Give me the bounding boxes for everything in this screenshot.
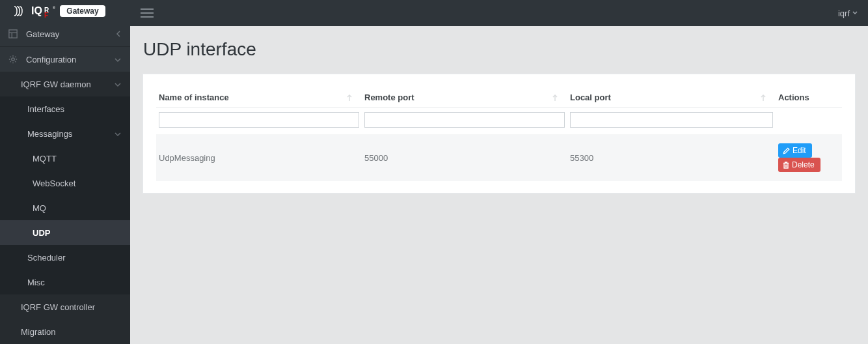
delete-button[interactable]: Delete bbox=[778, 158, 821, 172]
nav-label: UDP bbox=[33, 228, 50, 238]
sidebar-item-mq[interactable]: MQ bbox=[0, 195, 130, 220]
cell-remote: 55000 bbox=[362, 134, 567, 181]
user-menu[interactable]: iqrf bbox=[838, 8, 858, 18]
chevron-left-icon bbox=[116, 29, 121, 39]
svg-rect-5 bbox=[9, 30, 17, 38]
cell-name: UdpMessaging bbox=[156, 134, 362, 181]
sort-icon bbox=[760, 94, 766, 104]
brand-badge-text: Gateway bbox=[66, 7, 99, 16]
edit-button[interactable]: Edit bbox=[778, 143, 812, 158]
sidebar-item-misc[interactable]: Misc bbox=[0, 270, 130, 294]
nav-label: Misc bbox=[27, 278, 45, 287]
filter-remote-input[interactable] bbox=[364, 112, 565, 128]
cell-actions: Edit Delete bbox=[776, 134, 842, 181]
chevron-down-icon bbox=[115, 129, 121, 139]
sidebar-nav: Gateway Configuration IQRF GW daemon bbox=[0, 22, 130, 344]
nav-label: IQRF GW controller bbox=[21, 302, 95, 312]
table-row: UdpMessaging 55000 55300 Edit De bbox=[156, 134, 842, 181]
chevron-down-icon bbox=[115, 79, 121, 89]
sidebar: IQ R F ® Gateway Gateway bbox=[0, 0, 130, 344]
sidebar-item-daemon[interactable]: IQRF GW daemon bbox=[0, 72, 130, 96]
card: Name of instance Remote port Local port bbox=[143, 74, 855, 193]
user-name: iqrf bbox=[838, 8, 850, 18]
sidebar-item-udp[interactable]: UDP bbox=[0, 220, 130, 245]
gear-icon bbox=[7, 55, 20, 64]
col-header-local[interactable]: Local port bbox=[567, 86, 776, 108]
nav-label: Configuration bbox=[26, 55, 76, 64]
chevron-down-icon bbox=[115, 55, 121, 64]
svg-point-8 bbox=[12, 58, 14, 61]
nav-label: Gateway bbox=[26, 29, 59, 39]
filter-name-input[interactable] bbox=[159, 112, 359, 128]
svg-text:®: ® bbox=[53, 6, 55, 10]
cell-local: 55300 bbox=[567, 134, 776, 181]
nav-label: Interfaces bbox=[27, 104, 64, 114]
sidebar-item-interfaces[interactable]: Interfaces bbox=[0, 96, 130, 121]
sidebar-item-migration[interactable]: Migration bbox=[0, 319, 130, 344]
nav-label: IQRF GW daemon bbox=[21, 79, 91, 89]
col-header-name[interactable]: Name of instance bbox=[156, 86, 362, 108]
filter-local-input[interactable] bbox=[570, 112, 773, 128]
layout-icon bbox=[7, 29, 20, 38]
col-header-actions: Actions bbox=[776, 86, 842, 108]
sidebar-item-scheduler[interactable]: Scheduler bbox=[0, 245, 130, 270]
content: UDP interface Name of instance Remote po… bbox=[130, 26, 868, 206]
sort-icon bbox=[346, 94, 353, 104]
sidebar-item-controller[interactable]: IQRF GW controller bbox=[0, 294, 130, 319]
nav-label: MQ bbox=[33, 203, 46, 213]
nav-label: Migration bbox=[21, 327, 55, 337]
sort-icon bbox=[552, 94, 558, 104]
nav-label: WebSocket bbox=[33, 179, 75, 188]
trash-icon bbox=[783, 162, 789, 169]
chevron-down-icon bbox=[852, 11, 858, 15]
brand-logo[interactable]: IQ R F ® Gateway bbox=[0, 0, 130, 22]
instances-table: Name of instance Remote port Local port bbox=[156, 86, 842, 181]
svg-text:F: F bbox=[44, 12, 48, 18]
sidebar-item-configuration[interactable]: Configuration bbox=[0, 46, 130, 72]
nav-label: Scheduler bbox=[27, 253, 66, 263]
svg-text:IQ: IQ bbox=[31, 5, 42, 16]
main: iqrf UDP interface Name of instance bbox=[130, 0, 868, 344]
sidebar-item-websocket[interactable]: WebSocket bbox=[0, 171, 130, 195]
nav-label: MQTT bbox=[33, 154, 57, 164]
sidebar-item-gateway[interactable]: Gateway bbox=[0, 22, 130, 46]
nav-label: Messagings bbox=[27, 129, 72, 139]
sidebar-item-messagings[interactable]: Messagings bbox=[0, 121, 130, 146]
col-header-remote[interactable]: Remote port bbox=[362, 86, 567, 108]
menu-toggle-button[interactable] bbox=[141, 8, 154, 18]
topbar: iqrf bbox=[130, 0, 868, 26]
sidebar-item-mqtt[interactable]: MQTT bbox=[0, 146, 130, 171]
pencil-icon bbox=[783, 147, 790, 154]
filter-row bbox=[156, 108, 842, 135]
page-title: UDP interface bbox=[143, 39, 855, 60]
